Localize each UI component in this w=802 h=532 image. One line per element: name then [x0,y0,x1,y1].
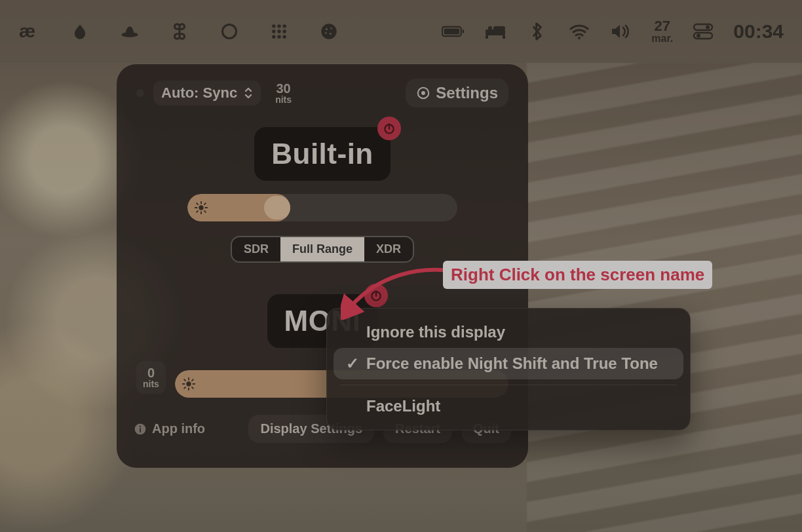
seg-full-range[interactable]: Full Range [280,237,364,261]
sun-icon [181,377,196,391]
svg-line-53 [192,379,193,381]
hat-icon[interactable] [118,20,142,43]
display-name: Built-in [271,138,373,170]
wifi-icon[interactable] [567,20,591,43]
battery-icon[interactable] [442,20,465,43]
bluetooth-icon[interactable] [525,20,549,43]
ctx-separator [340,385,677,385]
context-menu[interactable]: Ignore this display ✓ Force enable Night… [326,308,691,430]
nits-readout-monitor: 0 nits [136,361,166,394]
menubar-time[interactable]: 00:34 [733,20,784,43]
svg-point-13 [326,28,328,30]
svg-point-11 [282,35,286,38]
ctx-item-force-night-shift[interactable]: ✓ Force enable Night Shift and True Tone [334,348,683,379]
svg-point-14 [330,28,332,29]
power-icon [383,122,396,135]
nits-value: 30 [276,82,290,95]
svg-point-5 [282,24,286,28]
svg-point-4 [277,24,280,28]
settings-label: Settings [436,84,498,102]
svg-point-8 [282,29,286,33]
menubar-right: 27 mar. 00:34 [442,19,784,44]
nits-readout: 30 nits [275,82,292,104]
svg-point-23 [488,26,492,30]
svg-rect-55 [140,428,141,432]
app-info-label: App info [152,421,205,436]
svg-point-6 [272,29,275,33]
svg-point-10 [277,35,280,38]
svg-text:æ: æ [19,20,35,41]
menubar-date[interactable]: 27 mar. [651,19,673,44]
menubar-left: æ [18,20,341,43]
svg-line-42 [204,203,206,204]
menubar: æ 27 mar. 00:34 [0,0,802,63]
display-block-builtin: Built-in SDR Full Range XDR [130,127,515,263]
cookie-icon[interactable] [317,20,341,43]
svg-rect-20 [486,29,505,35]
svg-point-3 [272,24,275,28]
svg-point-7 [277,29,280,33]
svg-point-25 [578,37,581,39]
svg-rect-21 [486,35,488,39]
info-icon [134,423,147,436]
svg-point-45 [186,381,191,386]
svg-point-27 [706,26,710,29]
ctx-item-ignore-display[interactable]: Ignore this display [334,316,683,348]
svg-rect-24 [493,26,505,30]
annotation-label: Right Click on the screen name [443,261,712,289]
svg-line-50 [184,379,185,381]
sun-icon [194,200,208,215]
svg-line-52 [184,387,185,389]
ae-ligature-icon[interactable]: æ [18,20,42,43]
svg-rect-19 [463,29,465,33]
svg-line-39 [197,203,198,204]
circle-icon[interactable] [218,20,241,43]
volume-icon[interactable] [609,20,633,43]
power-badge[interactable] [377,117,401,140]
svg-line-51 [192,387,193,389]
traffic-light-dot[interactable] [136,89,144,97]
background-blinds [527,63,802,532]
menubar-date-day: 27 [655,19,670,33]
seg-sdr[interactable]: SDR [232,237,280,261]
ctx-item-label: Force enable Night Shift and True Tone [366,354,658,373]
svg-point-12 [321,24,336,39]
brightness-slider-builtin[interactable] [187,194,457,221]
settings-button[interactable]: Settings [406,79,508,107]
svg-rect-18 [444,29,459,35]
svg-line-40 [204,211,206,212]
svg-point-34 [199,205,203,210]
ctx-item-label: Ignore this display [366,323,505,341]
nits-unit: nits [275,95,292,104]
display-name-chip[interactable]: Built-in [254,127,391,181]
svg-point-2 [223,25,237,39]
svg-point-31 [421,91,425,95]
svg-line-41 [197,211,198,212]
grid-dots-icon[interactable] [267,20,291,43]
panel-header: Auto: Sync 30 nits Settings [130,76,515,110]
mode-label: Auto: Sync [161,85,237,102]
gear-icon [416,86,430,100]
checkmark-icon: ✓ [345,354,360,373]
mode-selector[interactable]: Auto: Sync [153,81,261,105]
svg-point-16 [325,32,327,34]
command-icon[interactable] [168,20,191,43]
chevron-up-down-icon [244,86,253,100]
ctx-item-label: FaceLight [366,397,440,415]
nits-unit: nits [143,379,159,389]
menubar-date-sub: mar. [651,33,673,44]
nits-value: 0 [147,366,155,379]
drop-icon[interactable] [68,20,92,43]
svg-point-9 [272,35,275,38]
seg-xdr[interactable]: XDR [364,237,413,261]
svg-rect-22 [503,35,505,39]
control-center-icon[interactable] [691,20,715,43]
svg-point-56 [140,425,141,427]
svg-point-15 [330,33,332,35]
range-segmented-control[interactable]: SDR Full Range XDR [231,236,414,263]
ctx-item-facelight[interactable]: FaceLight [334,390,683,422]
bed-icon[interactable] [484,20,507,43]
app-info-button[interactable]: App info [134,421,205,436]
svg-point-29 [697,34,700,38]
annotation-arrow [341,261,459,320]
